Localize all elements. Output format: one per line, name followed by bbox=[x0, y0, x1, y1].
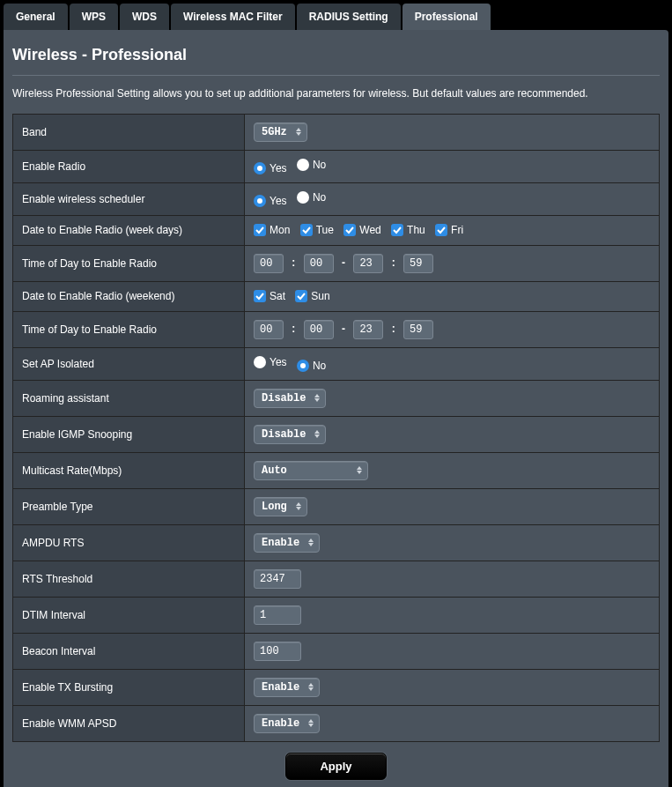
chevron-updown-icon bbox=[308, 683, 314, 691]
chevron-updown-icon bbox=[296, 128, 301, 136]
multicast-select-value: Auto bbox=[262, 464, 348, 477]
tab-wps[interactable]: WPS bbox=[70, 4, 118, 30]
preamble-select-value: Long bbox=[262, 501, 287, 513]
tab-mac-filter[interactable]: Wireless MAC Filter bbox=[171, 4, 295, 30]
time-week-end-m[interactable] bbox=[403, 254, 433, 273]
roaming-select[interactable]: Disable bbox=[254, 389, 326, 408]
chevron-updown-icon bbox=[314, 394, 320, 402]
time-weekend-end-m[interactable] bbox=[403, 320, 433, 339]
time-weekend-start-h[interactable] bbox=[254, 320, 284, 339]
chevron-updown-icon bbox=[308, 719, 314, 727]
rts-input[interactable] bbox=[254, 569, 301, 589]
time-week-end-h[interactable] bbox=[353, 254, 383, 273]
colon: : bbox=[292, 323, 295, 335]
apply-button[interactable]: Apply bbox=[285, 753, 386, 780]
label-multicast: Multicast Rate(Mbps) bbox=[13, 452, 245, 488]
tab-bar: General WPS WDS Wireless MAC Filter RADI… bbox=[0, 0, 672, 30]
label-time-weekend: Time of Day to Enable Radio bbox=[13, 311, 245, 347]
check-wed[interactable]: Wed bbox=[343, 224, 380, 236]
preamble-select[interactable]: Long bbox=[254, 497, 307, 516]
time-weekend-start-m[interactable] bbox=[304, 320, 334, 339]
txburst-select[interactable]: Enable bbox=[254, 678, 320, 697]
chevron-updown-icon bbox=[308, 538, 314, 546]
wmm-select-value: Enable bbox=[262, 717, 299, 730]
check-mon[interactable]: Mon bbox=[254, 224, 290, 236]
check-sun[interactable]: Sun bbox=[295, 290, 329, 302]
label-wmm: Enable WMM APSD bbox=[13, 705, 245, 741]
ap-isolated-yes[interactable]: Yes bbox=[254, 356, 287, 368]
tab-radius[interactable]: RADIUS Setting bbox=[297, 4, 401, 30]
roaming-select-value: Disable bbox=[262, 392, 306, 405]
multicast-select[interactable]: Auto bbox=[254, 461, 368, 480]
ampdu-select-value: Enable bbox=[262, 537, 299, 549]
chevron-updown-icon bbox=[357, 466, 362, 474]
enable-radio-no[interactable]: No bbox=[297, 159, 326, 171]
check-thu[interactable]: Thu bbox=[391, 224, 425, 236]
label-band: Band bbox=[13, 114, 245, 150]
label-ap-isolated: Set AP Isolated bbox=[13, 347, 245, 380]
txburst-select-value: Enable bbox=[262, 681, 299, 694]
tab-wds[interactable]: WDS bbox=[120, 4, 169, 30]
settings-table: Band 5GHz Enable Radio Yes No Enable wir… bbox=[12, 114, 660, 742]
label-enable-scheduler: Enable wireless scheduler bbox=[13, 182, 245, 215]
ap-isolated-no[interactable]: No bbox=[297, 360, 326, 372]
page-title: Wireless - Professional bbox=[12, 41, 660, 75]
label-preamble: Preamble Type bbox=[13, 488, 245, 524]
dtim-input[interactable] bbox=[254, 605, 301, 625]
beacon-input[interactable] bbox=[254, 642, 301, 661]
time-week-start-m[interactable] bbox=[304, 254, 334, 273]
dash: - bbox=[342, 323, 345, 335]
chevron-updown-icon bbox=[314, 430, 320, 438]
enable-scheduler-yes[interactable]: Yes bbox=[254, 195, 287, 207]
label-igmp: Enable IGMP Snooping bbox=[13, 416, 245, 452]
igmp-select-value: Disable bbox=[262, 428, 306, 441]
band-select[interactable]: 5GHz bbox=[254, 123, 307, 142]
label-beacon: Beacon Interval bbox=[13, 633, 245, 669]
igmp-select[interactable]: Disable bbox=[254, 425, 326, 444]
label-time-week: Time of Day to Enable Radio bbox=[13, 245, 245, 281]
colon: : bbox=[292, 256, 295, 269]
time-week-start-h[interactable] bbox=[254, 254, 284, 273]
label-roaming: Roaming assistant bbox=[13, 380, 245, 416]
colon: : bbox=[392, 256, 395, 269]
page-description: Wireless Professional Setting allows you… bbox=[12, 86, 660, 101]
check-tue[interactable]: Tue bbox=[300, 224, 334, 236]
colon: : bbox=[392, 323, 395, 335]
divider bbox=[12, 75, 660, 76]
chevron-updown-icon bbox=[296, 502, 301, 510]
wmm-select[interactable]: Enable bbox=[254, 714, 320, 733]
settings-panel: Wireless - Professional Wireless Profess… bbox=[4, 30, 668, 787]
enable-scheduler-no[interactable]: No bbox=[297, 191, 326, 204]
band-select-value: 5GHz bbox=[262, 126, 287, 138]
check-fri[interactable]: Fri bbox=[435, 224, 463, 236]
label-txburst: Enable TX Bursting bbox=[13, 669, 245, 705]
check-sat[interactable]: Sat bbox=[254, 290, 285, 302]
apply-container: Apply bbox=[12, 742, 660, 780]
label-enable-radio: Enable Radio bbox=[13, 150, 245, 182]
enable-radio-yes[interactable]: Yes bbox=[254, 162, 287, 174]
time-weekend-end-h[interactable] bbox=[353, 320, 383, 339]
ampdu-select[interactable]: Enable bbox=[254, 533, 320, 553]
dash: - bbox=[342, 256, 345, 269]
label-date-weekend: Date to Enable Radio (weekend) bbox=[13, 281, 245, 311]
label-rts: RTS Threshold bbox=[13, 561, 245, 597]
tab-professional[interactable]: Professional bbox=[402, 4, 491, 30]
label-ampdu: AMPDU RTS bbox=[13, 524, 245, 561]
label-dtim: DTIM Interval bbox=[13, 597, 245, 633]
tab-general[interactable]: General bbox=[4, 4, 68, 30]
label-date-week: Date to Enable Radio (week days) bbox=[13, 215, 245, 245]
